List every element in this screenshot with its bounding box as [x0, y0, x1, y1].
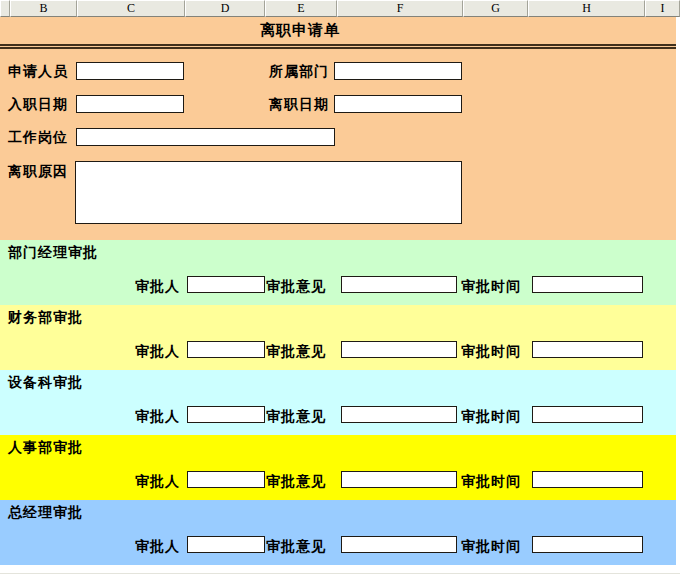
time-label: 审批时间 [461, 343, 521, 361]
approver-label: 审批人 [135, 278, 180, 296]
equipment-time-input[interactable] [532, 406, 643, 423]
leave-date-label: 离职日期 [269, 96, 329, 114]
column-header-row: B C D E F G H I [0, 0, 680, 17]
reason-label: 离职原因 [8, 163, 68, 181]
dept-manager-approver-input[interactable] [187, 276, 265, 293]
opinion-label: 审批意见 [266, 473, 326, 491]
general-manager-time-input[interactable] [532, 536, 643, 553]
column-header-e[interactable]: E [265, 0, 337, 17]
opinion-label: 审批意见 [266, 538, 326, 556]
finance-time-input[interactable] [532, 341, 643, 358]
time-label: 审批时间 [461, 278, 521, 296]
section-equipment-approval: 设备科审批 审批人 审批意见 审批时间 [0, 370, 676, 435]
hr-time-input[interactable] [532, 471, 643, 488]
section-title-finance: 财务部审批 [8, 309, 83, 327]
section-title-equipment: 设备科审批 [8, 374, 83, 392]
department-input[interactable] [334, 62, 462, 80]
section-general-manager-approval: 总经理审批 审批人 审批意见 审批时间 [0, 500, 676, 565]
applicant-label: 申请人员 [8, 63, 68, 81]
finance-approver-input[interactable] [187, 341, 265, 358]
time-label: 审批时间 [461, 538, 521, 556]
section-title-hr: 人事部审批 [8, 439, 83, 457]
opinion-label: 审批意见 [266, 278, 326, 296]
section-finance-approval: 财务部审批 审批人 审批意见 审批时间 [0, 305, 676, 370]
approver-label: 审批人 [135, 473, 180, 491]
time-label: 审批时间 [461, 473, 521, 491]
opinion-label: 审批意见 [266, 408, 326, 426]
leave-date-input[interactable] [334, 95, 462, 113]
column-header-h[interactable]: H [528, 0, 645, 17]
approver-label: 审批人 [135, 538, 180, 556]
general-manager-opinion-input[interactable] [341, 536, 457, 553]
column-header-f[interactable]: F [337, 0, 463, 17]
gridline [0, 573, 680, 574]
column-header-i[interactable]: I [645, 0, 680, 17]
column-header-g[interactable]: G [463, 0, 528, 17]
section-title-general-manager: 总经理审批 [8, 504, 83, 522]
department-label: 所属部门 [269, 63, 329, 81]
title-double-rule [0, 44, 676, 49]
section-hr-approval: 人事部审批 审批人 审批意见 审批时间 [0, 435, 676, 500]
section-dept-manager-approval: 部门经理审批 审批人 审批意见 审批时间 [0, 240, 676, 305]
hire-date-label: 入职日期 [8, 96, 68, 114]
column-header-b[interactable]: B [10, 0, 77, 17]
section-title-dept-manager: 部门经理审批 [8, 244, 98, 262]
hr-approver-input[interactable] [187, 471, 265, 488]
column-header-d[interactable]: D [185, 0, 265, 17]
opinion-label: 审批意见 [266, 343, 326, 361]
column-header-c[interactable]: C [77, 0, 185, 17]
position-label: 工作岗位 [8, 129, 68, 147]
finance-opinion-input[interactable] [341, 341, 457, 358]
approver-label: 审批人 [135, 343, 180, 361]
hr-opinion-input[interactable] [341, 471, 457, 488]
hire-date-input[interactable] [76, 95, 184, 113]
general-manager-approver-input[interactable] [187, 536, 265, 553]
equipment-approver-input[interactable] [187, 406, 265, 423]
equipment-opinion-input[interactable] [341, 406, 457, 423]
spreadsheet-form: B C D E F G H I 离职申请单 申请人员 所属部门 入职日期 离职日… [0, 0, 680, 575]
position-input[interactable] [76, 128, 335, 146]
time-label: 审批时间 [461, 408, 521, 426]
approver-label: 审批人 [135, 408, 180, 426]
reason-textarea[interactable] [75, 161, 462, 224]
form-title: 离职申请单 [0, 21, 600, 40]
dept-manager-opinion-input[interactable] [341, 276, 457, 293]
applicant-input[interactable] [76, 62, 184, 80]
column-header-a-sliver[interactable] [0, 0, 10, 17]
dept-manager-time-input[interactable] [532, 276, 643, 293]
